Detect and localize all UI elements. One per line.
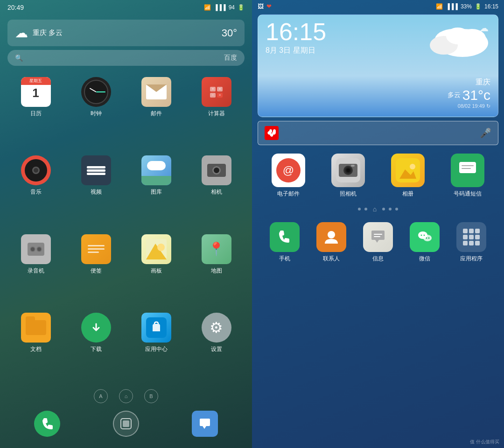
calendar-icon: 星期五 1 — [21, 77, 51, 107]
right-status-left: 🖼 ❤ — [258, 3, 272, 10]
cal-header: 星期五 — [21, 77, 51, 85]
left-phone: 20:49 📶 ▐▐▐ 94 🔋 ☁ 重庆 多云 30° 🔍 百度 星期五 1 — [0, 0, 252, 448]
canvas-label: 画板 — [151, 267, 162, 275]
left-dock — [0, 407, 252, 444]
notes-label: 便签 — [91, 267, 102, 275]
dock-message-button[interactable] — [192, 411, 218, 437]
cal-day: 1 — [32, 87, 39, 99]
right-app-email[interactable]: @ 电子邮件 — [261, 154, 315, 198]
mail-label: 邮件 — [151, 110, 162, 118]
dock-wechat-label: 微信 — [419, 255, 430, 263]
watermark: 值 什么值得买 — [470, 439, 499, 445]
right-phone: 🖼 ❤ 📶 ▐▐▐ 33% 🔋 16:15 16:15 8月 3日 星期日 ☁ — [252, 0, 504, 448]
right-app-sms[interactable]: 号码通短信 — [441, 154, 495, 198]
map-pin-icon: 📍 — [208, 241, 224, 257]
baidu-search-bar[interactable]: 🎤 — [258, 121, 498, 145]
condition-text: 多云 — [448, 91, 461, 99]
right-wifi-icon: 📶 — [436, 3, 443, 10]
download-label: 下载 — [91, 345, 102, 353]
mic-icon[interactable]: 🎤 — [480, 127, 491, 139]
dock-phone-button[interactable] — [34, 411, 60, 437]
app-settings[interactable]: ⚙ 设置 — [188, 309, 245, 384]
right-city: 重庆 — [448, 77, 490, 87]
left-search-bar[interactable]: 🔍 百度 — [7, 50, 245, 66]
dock-phone-label: 手机 — [279, 255, 290, 263]
app-appstore[interactable]: 应用中心 — [128, 309, 184, 384]
left-bottom-nav: A ⌂ B — [0, 384, 252, 448]
search-label: 百度 — [224, 54, 237, 62]
video-label: 视频 — [91, 188, 102, 196]
dock-contacts[interactable]: 联系人 — [316, 222, 346, 263]
battery-icon: 🔋 — [238, 4, 245, 11]
page-dots: ⌂ — [252, 202, 504, 217]
app-music[interactable]: 音乐 — [7, 152, 64, 226]
canvas-icon — [141, 234, 171, 264]
back-button[interactable]: A — [94, 389, 108, 403]
page-dot-1 — [358, 208, 361, 210]
svg-point-22 — [328, 231, 335, 238]
right-app-album[interactable]: 相册 — [381, 154, 435, 198]
date-string: 8月 3日 星期日 — [266, 46, 326, 56]
music-icon — [21, 155, 51, 185]
weather-left: ☁ 重庆 多云 — [15, 25, 63, 41]
left-weather-widget: ☁ 重庆 多云 30° — [7, 20, 245, 46]
app-video[interactable]: 视频 — [68, 152, 124, 226]
recent-button[interactable]: B — [144, 389, 158, 403]
big-time: 16:15 — [266, 20, 326, 44]
gallery-status-icon: 🖼 — [258, 3, 264, 10]
camera-right-label: 照相机 — [340, 190, 357, 198]
svg-point-28 — [424, 235, 425, 236]
svg-rect-17 — [351, 165, 355, 167]
app-mail[interactable]: 邮件 — [128, 73, 184, 148]
calc-label: 计算器 — [208, 110, 225, 118]
app-canvas[interactable]: 画板 — [128, 231, 184, 305]
files-icon — [21, 313, 51, 343]
dock-meizu-button[interactable] — [113, 411, 139, 437]
dock-messages[interactable]: 信息 — [363, 222, 393, 263]
calc-icon: + × − = — [202, 77, 231, 107]
right-battery: 33% — [461, 3, 472, 10]
home-button[interactable]: ⌂ — [119, 389, 133, 403]
page-dot-3 — [382, 208, 385, 210]
app-calc[interactable]: + × − = 计算器 — [188, 73, 245, 148]
dock-phone[interactable]: 手机 — [270, 222, 300, 263]
app-recorder[interactable]: 录音机 — [7, 231, 64, 305]
camera-label: 相机 — [211, 188, 222, 196]
right-app-camera[interactable]: 照相机 — [321, 154, 375, 198]
sms-right-icon — [451, 154, 484, 187]
sms-right-label: 号码通短信 — [454, 190, 482, 198]
settings-label: 设置 — [211, 345, 222, 353]
svg-rect-18 — [396, 158, 420, 182]
clock-icon — [81, 77, 111, 107]
dock-wechat[interactable]: 微信 — [410, 222, 440, 263]
search-icon: 🔍 — [15, 54, 23, 62]
camera-icon — [202, 155, 231, 185]
left-status-bar: 20:49 📶 ▐▐▐ 94 🔋 — [0, 0, 252, 15]
cloud-icon: ☁ — [15, 25, 28, 41]
app-files[interactable]: 文档 — [7, 309, 64, 384]
app-map[interactable]: 📍 地图 — [188, 231, 245, 305]
right-weather-widget: 16:15 8月 3日 星期日 ☁ 重庆 多云 31°c 08/02 19:49… — [258, 14, 498, 117]
appstore-label: 应用中心 — [145, 345, 168, 353]
app-gallery[interactable]: 图库 — [128, 152, 184, 226]
battery-value: 94 — [229, 4, 235, 11]
svg-point-2 — [157, 244, 165, 251]
app-calendar[interactable]: 星期五 1 日历 — [7, 73, 64, 148]
right-status-right: 📶 ▐▐▐ 33% 🔋 16:15 — [436, 3, 498, 10]
download-icon — [81, 313, 111, 343]
weather-cloud-icon: ☁ — [479, 22, 489, 34]
update-time: 08/02 19:49 ↻ — [448, 103, 490, 109]
wifi-icon: 📶 — [204, 4, 211, 11]
svg-rect-21 — [459, 162, 476, 173]
page-dot-4 — [389, 208, 392, 210]
svg-point-11 — [446, 28, 469, 44]
email-right-label: 电子邮件 — [277, 190, 300, 198]
dock-apps[interactable]: 应用程序 — [456, 222, 486, 263]
app-notes[interactable]: 便签 — [68, 231, 124, 305]
page-dot-5 — [395, 208, 398, 210]
app-clock[interactable]: 时钟 — [68, 73, 124, 148]
calendar-label: 日历 — [30, 110, 42, 118]
app-camera[interactable]: 相机 — [188, 152, 245, 226]
right-dock: 手机 联系人 信息 — [252, 217, 504, 272]
app-download[interactable]: 下载 — [68, 309, 124, 384]
